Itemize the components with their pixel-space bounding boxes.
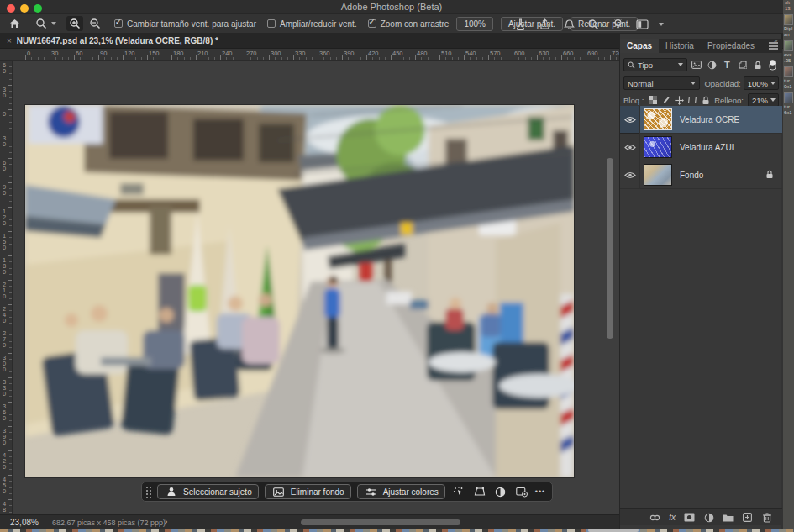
ruler-tick-minor — [9, 201, 12, 202]
visibility-toggle[interactable] — [620, 134, 640, 161]
notifications-bell-icon[interactable] — [561, 17, 576, 32]
taskbar-drag-handle[interactable] — [145, 486, 151, 498]
zoom-windows-checkbox[interactable]: Ampliar/reducir vent. — [267, 19, 357, 29]
select-subject-button[interactable]: Seleccionar sujeto — [157, 484, 259, 499]
more-options-icon[interactable]: ••• — [535, 487, 545, 496]
background-scrollbar — [588, 529, 639, 532]
layer-thumbnail[interactable] — [644, 165, 671, 185]
layer-effects-icon[interactable]: fx — [669, 513, 676, 522]
ruler-label: 1 5 0 — [3, 233, 11, 250]
remove-background-button[interactable]: Eliminar fondo — [265, 484, 351, 499]
ruler-tick-minor — [153, 57, 154, 60]
background-text-fragment: ave — [783, 52, 794, 58]
ruler-label: 390 — [344, 50, 355, 57]
layer-row-fondo[interactable]: Fondo — [620, 161, 782, 189]
lock-all-icon[interactable] — [702, 94, 711, 107]
background-window-bottom-strip — [0, 529, 794, 532]
titlebar: Adobe Photoshop (Beta) — [0, 0, 783, 14]
chevron-down-icon[interactable] — [659, 23, 664, 26]
zoom-in-button[interactable] — [66, 16, 83, 31]
visibility-toggle[interactable] — [620, 106, 640, 134]
layer-row-veladura-ocre[interactable]: Veladura OCRE — [620, 106, 782, 134]
opacity-value[interactable]: 100% — [744, 76, 779, 90]
image-settings-icon[interactable] — [514, 484, 529, 499]
resize-windows-checkbox[interactable]: Cambiar tamaño vent. para ajustar — [114, 19, 256, 29]
ruler-tick-minor — [129, 57, 129, 60]
tap-select-icon[interactable] — [451, 484, 466, 499]
ruler-tick — [98, 55, 99, 60]
ruler-tick — [269, 55, 270, 60]
add-adjustment-icon[interactable] — [703, 512, 714, 523]
layer-filter-dropdown[interactable]: Tipo — [623, 58, 687, 71]
ruler-tick-minor — [421, 57, 422, 60]
workspace-switcher-icon[interactable] — [634, 17, 649, 32]
beta-flask-icon[interactable] — [513, 17, 528, 32]
canvas-image[interactable] — [25, 105, 574, 477]
filter-toggle-icon[interactable] — [767, 59, 779, 71]
visibility-toggle[interactable] — [620, 161, 640, 189]
link-layers-icon[interactable] — [649, 512, 660, 523]
zoom-tool-button[interactable] — [34, 16, 56, 31]
scrubby-zoom-checkbox[interactable]: Zoom con arrastre — [368, 19, 450, 29]
transform-icon[interactable] — [472, 484, 487, 499]
ruler-tick-minor — [397, 57, 397, 60]
layer-row-veladura-azul[interactable]: Veladura AZUL — [620, 134, 782, 161]
fill-value[interactable]: 21% — [748, 93, 779, 107]
ruler-tick-minor — [330, 57, 331, 60]
chevron-down-icon — [51, 22, 56, 25]
add-mask-icon[interactable] — [684, 512, 695, 523]
ruler-label: 30 — [51, 50, 58, 57]
discover-lightbulb-icon[interactable] — [610, 17, 625, 32]
lock-pixels-brush-icon[interactable] — [661, 94, 670, 107]
document-tab-title[interactable]: NUW16647.psd al 23,1% (Veladura OCRE, RG… — [17, 36, 218, 45]
status-chevron-icon[interactable]: › — [165, 517, 167, 526]
zoom-100-button[interactable]: 100% — [456, 17, 493, 31]
layer-name[interactable]: Fondo — [680, 171, 765, 180]
adjustment-circle-icon[interactable] — [493, 484, 508, 499]
layer-name[interactable]: Veladura OCRE — [680, 115, 782, 124]
ruler-tick-minor — [160, 57, 160, 60]
filter-pixel-layers-icon[interactable] — [691, 59, 702, 71]
ruler-tick-minor — [184, 57, 185, 60]
ruler-tick-minor — [275, 57, 276, 60]
zoom-out-button[interactable] — [87, 16, 103, 31]
filter-smart-objects-icon[interactable] — [752, 59, 764, 71]
ruler-label: 3 9 0 — [3, 428, 11, 445]
tab-capas[interactable]: Capas — [620, 39, 659, 53]
home-button[interactable] — [7, 16, 22, 31]
collapse-panels-icon[interactable]: » — [774, 37, 776, 45]
lock-transparency-icon[interactable] — [648, 94, 657, 107]
tab-close-icon[interactable]: × — [7, 36, 12, 45]
lock-artboard-icon[interactable] — [688, 94, 697, 107]
chevron-down-icon — [770, 98, 776, 102]
ruler-tick — [8, 134, 12, 134]
ruler-label: 270 — [246, 50, 257, 57]
new-group-folder-icon[interactable] — [723, 512, 734, 523]
adjust-colors-button[interactable]: Ajustar colores — [357, 484, 445, 499]
layer-thumbnail[interactable] — [644, 137, 671, 157]
tab-propiedades[interactable]: Propiedades — [701, 39, 761, 53]
search-icon[interactable] — [586, 17, 601, 32]
vertical-ruler[interactable]: 6 03 003 06 09 01 2 01 5 01 8 02 1 02 4 … — [0, 61, 13, 514]
lock-position-icon[interactable] — [675, 94, 684, 107]
eye-icon — [624, 116, 636, 124]
blend-mode-dropdown[interactable]: Normal — [623, 76, 700, 90]
layer-name[interactable]: Veladura AZUL — [680, 143, 782, 152]
new-layer-icon[interactable] — [742, 512, 753, 523]
share-icon[interactable] — [537, 17, 552, 32]
horizontal-ruler[interactable]: 0306090120150180210240270300330360390420… — [0, 49, 619, 61]
ruler-tick — [8, 182, 12, 183]
canvas-vertical-scrollbar[interactable] — [607, 158, 613, 339]
filter-type-layers-icon[interactable]: T — [721, 59, 733, 71]
filter-shape-layers-icon[interactable] — [737, 59, 749, 71]
delete-layer-trash-icon[interactable] — [761, 512, 772, 523]
tab-historia[interactable]: Historia — [659, 39, 701, 53]
zoom-percentage[interactable]: 23,08% — [10, 518, 39, 527]
chevron-down-icon — [691, 82, 696, 85]
ruler-tick-minor — [44, 57, 45, 60]
filter-adjustment-layers-icon[interactable] — [706, 59, 718, 71]
canvas-horizontal-scrollbar[interactable] — [301, 519, 460, 525]
ruler-tick-minor — [287, 57, 288, 60]
layer-thumbnail[interactable] — [644, 109, 671, 129]
ruler-tick-minor — [518, 57, 519, 60]
